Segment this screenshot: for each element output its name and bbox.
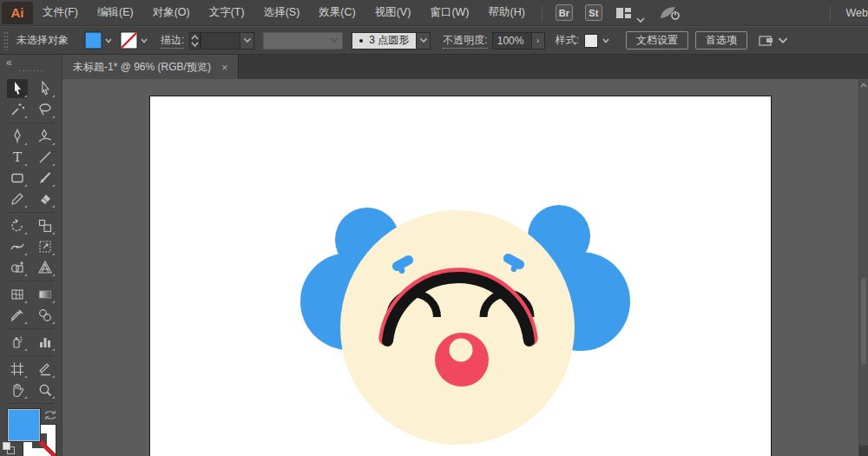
hand-tool-icon [10, 382, 25, 398]
fill-stroke-indicator [0, 407, 61, 456]
scale-tool[interactable] [35, 216, 56, 235]
scroll-up-icon[interactable] [859, 79, 868, 91]
panel-grip-icon[interactable] [3, 31, 9, 50]
width-tool[interactable] [7, 237, 28, 256]
menu-type[interactable]: 文字(T) [200, 0, 254, 26]
stroke-chevron-down-icon[interactable] [138, 37, 150, 44]
nose-highlight[interactable] [450, 339, 473, 362]
rectangle-tool[interactable] [7, 169, 28, 188]
scrollbar-thumb[interactable] [861, 278, 866, 365]
control-bar: 未选择对象 描边: [0, 26, 868, 55]
document-tab[interactable]: 未标题-1* @ 96% (RGB/预览) × [62, 55, 239, 79]
workspace-switcher[interactable]: Web [838, 7, 868, 19]
stroke-weight-input[interactable] [201, 32, 240, 50]
eyebrow-left-dot[interactable] [399, 268, 405, 274]
svg-text:T: T [12, 149, 21, 165]
menu-effect[interactable]: 效果(C) [309, 0, 365, 26]
stroke-weight-stepper[interactable] [189, 32, 201, 50]
stroke-color-control[interactable] [120, 31, 150, 50]
menu-select[interactable]: 选择(S) [254, 0, 310, 26]
pencil-tool[interactable] [7, 189, 28, 208]
shape-builder-tool[interactable] [7, 258, 28, 277]
pencil-tool-icon [10, 191, 25, 207]
stepper-up-icon[interactable] [191, 35, 199, 40]
stroke-weight-dropdown[interactable] [240, 32, 254, 50]
stroke-none-swatch[interactable] [120, 31, 138, 50]
width-tool-icon [10, 239, 25, 254]
menu-object[interactable]: 对象(O) [143, 0, 200, 26]
brush-definition-dropdown[interactable]: 3 点圆形 [352, 32, 417, 50]
illustrator-window: Ai 文件(F) 编辑(E) 对象(O) 文字(T) 选择(S) 效果(C) 视… [0, 0, 868, 456]
gradient-tool[interactable] [35, 285, 56, 304]
curvature-tool-icon [37, 129, 53, 144]
style-swatch[interactable] [584, 34, 598, 48]
tools-grip-icon[interactable] [18, 69, 44, 73]
paintbrush-tool-icon [37, 170, 53, 186]
fill-color-control[interactable] [84, 31, 115, 50]
default-fill-stroke-icon[interactable] [3, 442, 15, 454]
tab-close-icon[interactable]: × [221, 62, 228, 73]
zoom-tool-icon [37, 382, 53, 398]
menu-edit[interactable]: 编辑(E) [88, 0, 143, 26]
canvas-area[interactable] [62, 79, 858, 456]
mesh-tool-icon [10, 287, 25, 302]
opacity-panel-link[interactable]: 不透明度: [443, 33, 487, 49]
lasso-tool[interactable] [35, 100, 56, 119]
style-chevron-down-icon[interactable] [600, 37, 612, 44]
symbol-sprayer-tool[interactable] [7, 333, 28, 352]
eraser-tool[interactable] [35, 189, 56, 208]
opacity-forward-button[interactable]: › [532, 32, 545, 50]
scale-tool-icon [37, 218, 53, 234]
hand-tool[interactable] [7, 380, 28, 400]
lasso-tool-icon [37, 102, 53, 117]
collapse-panel-icon[interactable]: « [0, 55, 62, 69]
arrange-documents-icon[interactable] [614, 6, 635, 20]
curvature-tool[interactable] [35, 127, 56, 146]
menu-view[interactable]: 视图(V) [365, 0, 421, 26]
eyebrow-right-dot[interactable] [511, 266, 517, 272]
pen-tool[interactable] [7, 127, 28, 146]
type-tool[interactable]: T [7, 148, 28, 167]
clown-face[interactable] [340, 210, 575, 445]
magic-wand-tool[interactable] [7, 100, 28, 119]
eyedropper-tool-icon [10, 307, 25, 323]
direct-selection-tool[interactable] [35, 79, 56, 98]
swap-fill-stroke-icon[interactable] [43, 409, 57, 425]
gpu-performance-icon[interactable] [657, 4, 683, 22]
align-chevron-down-icon[interactable] [778, 37, 788, 44]
shape-builder-tool-icon [10, 260, 25, 275]
chevron-down-icon[interactable] [636, 11, 647, 18]
stepper-down-icon[interactable] [191, 42, 199, 47]
type-tool-icon: T [10, 149, 25, 165]
zoom-tool[interactable] [35, 380, 56, 400]
fill-swatch[interactable] [8, 409, 40, 441]
rotate-tool[interactable] [7, 216, 28, 235]
scrollbar-corner [859, 446, 868, 456]
blend-tool[interactable] [35, 306, 56, 325]
symbol-sprayer-tool-icon [10, 334, 25, 350]
bridge-button[interactable]: Br [556, 4, 573, 21]
mesh-tool[interactable] [7, 285, 28, 304]
column-graph-tool[interactable] [35, 333, 56, 352]
preferences-button[interactable]: 首选项 [695, 31, 747, 50]
paintbrush-tool[interactable] [35, 169, 56, 188]
slice-tool[interactable] [35, 360, 56, 379]
selection-tool[interactable] [7, 79, 28, 98]
menu-window[interactable]: 窗口(W) [420, 0, 478, 26]
vertical-scrollbar[interactable] [858, 79, 868, 456]
fill-chevron-down-icon[interactable] [102, 37, 115, 44]
align-icon[interactable] [758, 34, 775, 48]
free-transform-tool[interactable] [35, 237, 56, 256]
document-setup-button[interactable]: 文档设置 [626, 31, 688, 50]
menu-help[interactable]: 帮助(H) [479, 0, 535, 26]
artboard-tool[interactable] [7, 360, 28, 379]
stock-button[interactable]: St [585, 4, 602, 21]
line-segment-tool[interactable] [35, 148, 56, 167]
fill-color-swatch[interactable] [84, 31, 102, 50]
menu-file[interactable]: 文件(F) [33, 0, 88, 26]
eyedropper-tool[interactable] [7, 306, 28, 325]
opacity-input[interactable]: 100% [492, 32, 532, 50]
perspective-grid-tool[interactable] [35, 258, 56, 277]
stroke-panel-link[interactable]: 描边: [161, 33, 184, 49]
brush-definition-chevron[interactable] [417, 32, 431, 50]
